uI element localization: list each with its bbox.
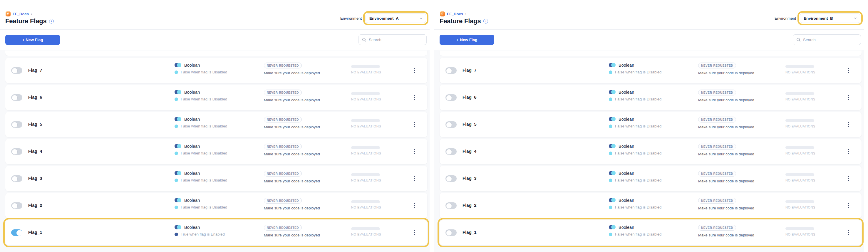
flag-row[interactable]: Flag_4 Boolean False when flag is Disabl… [5, 139, 427, 164]
flag-rows: Flag_7 Boolean False when flag is Disabl… [0, 56, 430, 245]
flag-row[interactable]: Flag_5 Boolean False when flag is Disabl… [440, 112, 862, 137]
flag-toggle[interactable] [445, 175, 457, 182]
flag-toggle[interactable] [445, 94, 457, 101]
kebab-menu-icon[interactable] [410, 93, 418, 102]
kebab-menu-icon[interactable] [410, 120, 418, 129]
status-hint: Make sure your code is deployed [698, 71, 754, 75]
flag-toggle[interactable] [445, 202, 457, 209]
flag-row[interactable]: Flag_2 Boolean False when flag is Disabl… [440, 193, 862, 218]
flag-value-description: True when flag is Enabled [181, 232, 225, 237]
flag-toggle[interactable] [11, 229, 22, 236]
environment-dropdown[interactable]: Environment_B [800, 13, 860, 23]
header-divider [0, 29, 430, 30]
flag-row[interactable]: Flag_7 Boolean False when flag is Disabl… [5, 58, 427, 83]
status-badge: NEVER-REQUESTED [264, 63, 302, 68]
environment-panel-a: FF_Docs › Feature Flags i Environment En… [0, 0, 430, 252]
flag-toggle[interactable] [11, 121, 22, 128]
kebab-menu-icon[interactable] [844, 228, 853, 238]
environment-control: Environment Environment_A [340, 13, 426, 23]
breadcrumb-project-link[interactable]: FF_Docs [447, 12, 463, 16]
search-input[interactable] [803, 38, 858, 42]
flag-row[interactable]: Flag_3 Boolean False when flag is Disabl… [5, 166, 427, 191]
flag-toggle[interactable] [445, 121, 457, 128]
flag-row[interactable]: Flag_6 Boolean False when flag is Disabl… [5, 85, 427, 110]
flag-row[interactable]: Flag_2 Boolean False when flag is Disabl… [5, 193, 427, 218]
boolean-type-icon [609, 225, 616, 230]
kebab-menu-icon[interactable] [844, 93, 853, 102]
search-box[interactable] [359, 34, 427, 45]
evaluations-label: NO EVALUATIONS [351, 125, 381, 128]
flag-toggle[interactable] [445, 67, 457, 74]
kebab-menu-icon[interactable] [410, 200, 418, 211]
flag-toggle[interactable] [11, 148, 22, 155]
status-badge: NEVER-REQUESTED [698, 144, 736, 150]
evaluations-block: NO EVALUATIONS [785, 65, 815, 74]
kebab-menu-icon[interactable] [410, 65, 418, 75]
flag-type-label: Boolean [184, 90, 200, 95]
evaluations-block: NO EVALUATIONS [351, 173, 381, 182]
status-badge: NEVER-REQUESTED [264, 144, 302, 150]
flag-row[interactable]: Flag_1 Boolean True when flag is Enabled… [5, 220, 427, 245]
environment-dropdown[interactable]: Environment_A [366, 13, 426, 23]
flag-value-description: False when flag is Disabled [181, 178, 227, 182]
flag-toggle[interactable] [11, 67, 22, 74]
evaluations-bar [785, 227, 814, 230]
status-hint: Make sure your code is deployed [698, 206, 754, 210]
evaluations-label: NO EVALUATIONS [351, 97, 381, 101]
flag-row[interactable]: Flag_6 Boolean False when flag is Disabl… [440, 85, 862, 110]
kebab-menu-icon[interactable] [410, 147, 418, 157]
flag-toggle[interactable] [11, 94, 22, 101]
flag-status-block: NEVER-REQUESTED Make sure your code is d… [264, 63, 320, 75]
breadcrumb-project-link[interactable]: FF_Docs [12, 12, 29, 16]
flag-status-block: NEVER-REQUESTED Make sure your code is d… [698, 63, 754, 75]
info-icon[interactable]: i [484, 19, 488, 24]
kebab-menu-icon[interactable] [844, 65, 853, 75]
status-badge: NEVER-REQUESTED [698, 63, 736, 68]
environment-label: Environment [340, 16, 362, 21]
flag-value-dot-icon [609, 179, 612, 182]
flag-value-description: False when flag is Disabled [615, 151, 661, 155]
status-badge: NEVER-REQUESTED [264, 117, 302, 123]
environment-label: Environment [775, 16, 796, 21]
kebab-menu-icon[interactable] [844, 147, 853, 157]
flag-toggle[interactable] [445, 229, 457, 236]
flag-row[interactable]: Flag_4 Boolean False when flag is Disabl… [440, 139, 862, 164]
status-badge: NEVER-REQUESTED [264, 225, 302, 230]
flag-name: Flag_2 [463, 203, 476, 208]
search-input[interactable] [369, 38, 423, 42]
evaluations-block: NO EVALUATIONS [785, 227, 815, 236]
evaluations-bar [351, 65, 380, 68]
flagsmith-logo-icon [6, 11, 10, 17]
evaluations-bar [785, 200, 814, 203]
breadcrumb[interactable]: FF_Docs › [440, 11, 466, 17]
new-flag-button[interactable]: + New Flag [440, 35, 494, 45]
flag-toggle[interactable] [11, 202, 22, 209]
flag-type-block: Boolean False when flag is Disabled [175, 90, 227, 101]
flag-toggle[interactable] [445, 148, 457, 155]
flag-type-block: Boolean True when flag is Enabled [175, 225, 225, 237]
status-hint: Make sure your code is deployed [698, 179, 754, 183]
flag-type-label: Boolean [184, 225, 200, 230]
kebab-menu-icon[interactable] [844, 174, 853, 184]
environment-dropdown-value: Environment_B [804, 16, 833, 21]
flag-row[interactable]: Flag_3 Boolean False when flag is Disabl… [440, 166, 862, 191]
flag-type-block: Boolean False when flag is Disabled [609, 63, 661, 74]
breadcrumb[interactable]: FF_Docs › [6, 11, 32, 17]
kebab-menu-icon[interactable] [844, 200, 853, 211]
flag-type-label: Boolean [619, 90, 634, 95]
flag-row[interactable]: Flag_7 Boolean False when flag is Disabl… [440, 58, 862, 83]
flag-type-label: Boolean [619, 198, 634, 203]
clipped-flag-row [5, 51, 427, 56]
flag-row[interactable]: Flag_1 Boolean False when flag is Disabl… [440, 220, 862, 245]
flag-row[interactable]: Flag_5 Boolean False when flag is Disabl… [5, 112, 427, 137]
search-box[interactable] [793, 34, 861, 45]
new-flag-button[interactable]: + New Flag [5, 35, 60, 45]
evaluations-label: NO EVALUATIONS [785, 232, 815, 236]
kebab-menu-icon[interactable] [410, 228, 418, 238]
info-icon[interactable]: i [49, 19, 54, 24]
flag-name: Flag_6 [28, 95, 42, 100]
kebab-menu-icon[interactable] [844, 120, 853, 129]
flag-toggle[interactable] [11, 175, 22, 182]
status-hint: Make sure your code is deployed [698, 125, 754, 129]
kebab-menu-icon[interactable] [410, 174, 418, 184]
